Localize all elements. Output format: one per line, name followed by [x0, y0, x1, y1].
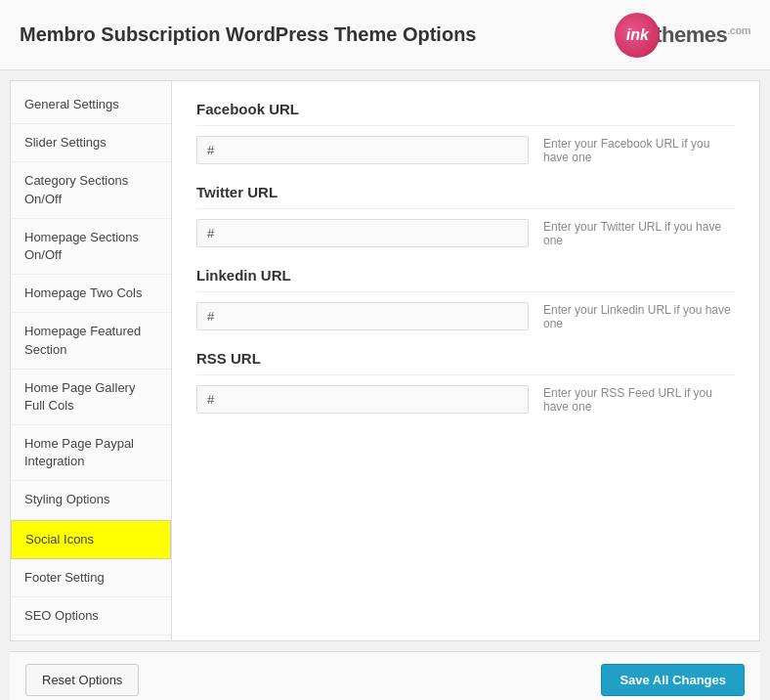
header: Membro Subscription WordPress Theme Opti… [0, 0, 770, 70]
page-wrapper: Membro Subscription WordPress Theme Opti… [0, 0, 770, 700]
page-title: Membro Subscription WordPress Theme Opti… [20, 23, 476, 46]
logo: ink themes.com [615, 13, 750, 58]
field-section-facebook-url: Facebook URLEnter your Facebook URL if y… [196, 101, 735, 164]
sidebar-item-homepage-two-cols[interactable]: Homepage Two Cols [11, 275, 171, 313]
reset-button[interactable]: Reset Options [25, 664, 139, 696]
logo-themes-text: themes.com [655, 22, 750, 48]
sidebar: General SettingsSlider SettingsCategory … [11, 81, 172, 640]
field-input-twitter-url[interactable] [196, 219, 529, 247]
field-input-linkedin-url[interactable] [196, 302, 529, 330]
field-hint-twitter-url: Enter your Twitter URL if you have one [543, 220, 735, 247]
field-input-rss-url[interactable] [196, 385, 529, 414]
field-hint-facebook-url: Enter your Facebook URL if you have one [543, 137, 735, 164]
field-label-twitter-url: Twitter URL [196, 184, 735, 209]
sidebar-item-styling-options[interactable]: Styling Options [11, 481, 171, 519]
field-row-twitter-url: Enter your Twitter URL if you have one [196, 219, 735, 247]
sidebar-item-category-sections[interactable]: Category Sections On/Off [11, 162, 171, 218]
logo-circle: ink [615, 13, 660, 58]
field-section-twitter-url: Twitter URLEnter your Twitter URL if you… [196, 184, 735, 247]
footer-bar: Reset Options Save All Changes [10, 651, 760, 700]
field-row-rss-url: Enter your RSS Feed URL if you have one [196, 385, 735, 414]
field-label-rss-url: RSS URL [196, 350, 735, 375]
sidebar-item-footer-setting[interactable]: Footer Setting [11, 559, 171, 597]
sidebar-item-general-settings[interactable]: General Settings [11, 86, 171, 124]
field-hint-linkedin-url: Enter your Linkedin URL if you have one [543, 303, 735, 330]
sidebar-item-slider-settings[interactable]: Slider Settings [11, 124, 171, 162]
field-section-rss-url: RSS URLEnter your RSS Feed URL if you ha… [196, 350, 735, 414]
field-label-linkedin-url: Linkedin URL [196, 267, 735, 292]
logo-tld: .com [727, 23, 750, 35]
sidebar-item-homepage-gallery[interactable]: Home Page Gallery Full Cols [11, 370, 171, 425]
main-layout: General SettingsSlider SettingsCategory … [10, 80, 760, 641]
sidebar-item-homepage-sections[interactable]: Homepage Sections On/Off [11, 219, 171, 275]
field-row-facebook-url: Enter your Facebook URL if you have one [196, 136, 735, 164]
sidebar-item-homepage-paypal[interactable]: Home Page Paypal Integration [11, 425, 171, 481]
sidebar-item-seo-options[interactable]: SEO Options [11, 597, 171, 635]
content-area: Facebook URLEnter your Facebook URL if y… [172, 81, 759, 640]
field-section-linkedin-url: Linkedin URLEnter your Linkedin URL if y… [196, 267, 735, 330]
field-label-facebook-url: Facebook URL [196, 101, 735, 126]
save-button[interactable]: Save All Changes [601, 664, 745, 696]
field-row-linkedin-url: Enter your Linkedin URL if you have one [196, 302, 735, 330]
sidebar-item-social-icons[interactable]: Social Icons [11, 520, 171, 559]
logo-ink-text: ink [626, 26, 649, 44]
field-hint-rss-url: Enter your RSS Feed URL if you have one [543, 386, 735, 414]
field-input-facebook-url[interactable] [196, 136, 529, 164]
sidebar-item-homepage-featured[interactable]: Homepage Featured Section [11, 313, 171, 369]
